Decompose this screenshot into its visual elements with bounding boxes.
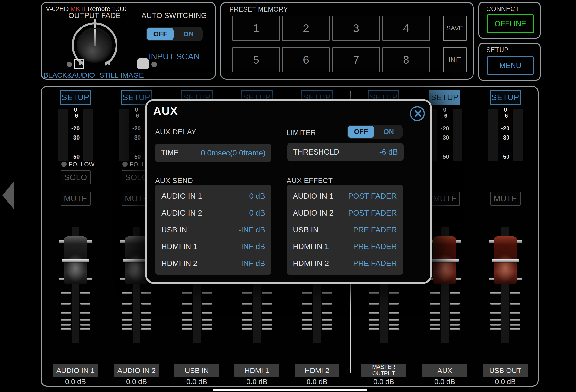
fader-handle-aux[interactable] <box>433 236 456 284</box>
aux-send-row-value: 0 dB <box>249 192 265 200</box>
aux-send-row-label: AUDIO IN 2 <box>161 209 202 218</box>
fader-tick <box>322 303 332 305</box>
fader-tick <box>202 292 212 294</box>
aux-send-row[interactable]: AUDIO IN 10 dB <box>161 192 265 200</box>
channel-setup-button-aux[interactable]: SETUP <box>429 90 461 105</box>
fader-pin-icon <box>120 278 125 280</box>
aux-effect-row[interactable]: AUDIO IN 1POST FADER <box>293 192 397 200</box>
aux-send-row[interactable]: HDMI IN 1-INF dB <box>161 242 265 251</box>
level-meter-right <box>453 109 462 161</box>
meter-scale-label: -30 <box>436 135 453 141</box>
meter-scale-label: -6 <box>128 112 145 119</box>
aux-send-row[interactable]: HDMI IN 2-INF dB <box>161 259 265 268</box>
app-root: V-02HD MK II Remote 1.0.0 OUTPUT FADE BL… <box>0 0 576 392</box>
limiter-toggle[interactable]: OFF ON <box>347 125 403 139</box>
meter-scale-label: -50 <box>436 154 453 160</box>
fader-tick <box>80 324 90 326</box>
fader-tick <box>182 319 192 321</box>
fader-pin-icon <box>120 240 125 243</box>
fader-tick <box>389 292 399 294</box>
aux-effect-row[interactable]: USB INPRE FADER <box>293 225 397 234</box>
fader-tick <box>490 303 500 305</box>
fader-pin-icon <box>59 240 64 243</box>
fader-grip-line-icon <box>491 259 519 262</box>
fader-tick <box>430 292 440 294</box>
mute-button-usb-out[interactable]: MUTE <box>490 192 520 206</box>
meter-scale-label: 0 <box>67 107 84 113</box>
meter-scale-label: -20 <box>128 125 145 132</box>
aux-send-label: AUX SEND <box>155 176 193 185</box>
aux-effect-row-label: HDMI IN 1 <box>293 242 329 251</box>
mute-button-audio-in-1[interactable]: MUTE <box>60 192 91 206</box>
fader-tick <box>141 292 151 294</box>
aux-send-row-label: USB IN <box>161 225 187 234</box>
meter-scale-label: -20 <box>436 125 453 132</box>
fader-tick <box>389 324 399 326</box>
follow-indicator[interactable] <box>122 162 128 167</box>
meter-scale-label: -6 <box>67 112 84 119</box>
aux-send-list: AUDIO IN 10 dBAUDIO IN 20 dBUSB IN-INF d… <box>155 185 271 275</box>
fader-tick <box>141 303 151 305</box>
aux-effect-row[interactable]: HDMI IN 2PRE FADER <box>293 259 397 268</box>
fader-tick <box>369 319 379 321</box>
aux-send-row[interactable]: USB IN-INF dB <box>161 225 265 234</box>
aux-effect-row-label: USB IN <box>293 225 319 234</box>
aux-send-row-value: -INF dB <box>238 259 265 268</box>
channel-level-value-audio-in-1: 0.0 dB <box>53 378 98 386</box>
fader-tick <box>242 303 252 305</box>
aux-effect-row[interactable]: AUDIO IN 2POST FADER <box>293 209 397 218</box>
channel-setup-button-usb-out[interactable]: SETUP <box>490 90 521 105</box>
limiter-on-segment[interactable]: ON <box>375 126 402 138</box>
fader-tick <box>242 328 252 330</box>
modal-title: AUX <box>153 104 178 117</box>
fader-tick <box>322 292 332 294</box>
fader-tick <box>510 324 520 326</box>
channel-setup-button-audio-in-1[interactable]: SETUP <box>60 90 91 105</box>
fader-tick <box>389 319 399 321</box>
limiter-off-segment[interactable]: OFF <box>348 126 374 138</box>
fader-tick <box>60 312 71 314</box>
channel-level-value-usb-in: 0.0 dB <box>174 378 219 386</box>
fader-tick <box>262 328 272 330</box>
follow-label: FOLLOW <box>69 161 100 167</box>
fader-pin-icon <box>489 278 494 280</box>
aux-effect-row-value: POST FADER <box>348 192 397 200</box>
aux-effect-row-value: PRE FADER <box>353 225 397 234</box>
channel-level-value-hdmi-2: 0.0 dB <box>294 378 339 386</box>
fader-pin-icon <box>87 278 92 280</box>
meter-scale-label: -20 <box>67 125 84 132</box>
meter-scale-label: -50 <box>497 154 514 160</box>
aux-effect-row-label: AUDIO IN 1 <box>293 192 334 200</box>
close-button[interactable] <box>410 106 425 121</box>
channel-level-value-hdmi-1: 0.0 dB <box>234 378 279 386</box>
fader-tick <box>242 312 252 314</box>
fader-tick <box>141 328 151 330</box>
fader-tick <box>242 319 252 321</box>
meter-scale-label: -50 <box>67 154 84 160</box>
meter-scale-label: -6 <box>497 112 514 119</box>
follow-indicator[interactable] <box>61 162 67 167</box>
aux-effect-row[interactable]: HDMI IN 1PRE FADER <box>293 242 397 251</box>
fader-tick <box>182 303 192 305</box>
time-row[interactable]: TIME 0.0msec(0.0frame) <box>155 144 271 162</box>
meter-scale-label: -30 <box>497 135 514 141</box>
fader-tick <box>430 303 440 305</box>
fader-tick <box>430 324 440 326</box>
aux-effect-row-label: HDMI IN 2 <box>293 259 329 268</box>
mute-button-aux[interactable]: MUTE <box>430 192 460 206</box>
channel-label-usb-in: USB IN <box>174 364 219 377</box>
fader-tick <box>450 292 460 294</box>
fader-handle-usb-out[interactable] <box>494 236 517 284</box>
level-meter-right <box>513 109 523 161</box>
fader-tick <box>60 303 71 305</box>
fader-tick <box>510 303 520 305</box>
fader-handle-audio-in-2[interactable] <box>125 236 148 284</box>
fader-tick <box>242 292 252 294</box>
solo-button-audio-in-1[interactable]: SOLO <box>60 170 91 184</box>
fader-tick <box>262 319 272 321</box>
fader-handle-audio-in-1[interactable] <box>64 236 87 284</box>
threshold-row[interactable]: THRESHOLD -6 dB <box>287 143 403 161</box>
aux-send-row[interactable]: AUDIO IN 20 dB <box>161 209 265 218</box>
fader-tick <box>510 328 520 330</box>
fader-tick <box>430 319 440 321</box>
